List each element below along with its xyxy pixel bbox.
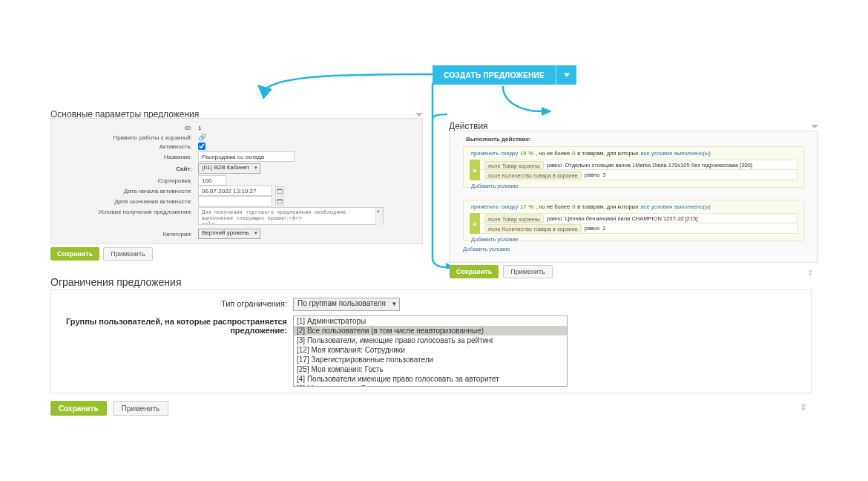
site-select[interactable]: (b1) B2B Кабинет	[198, 163, 260, 174]
create-offer-dropdown[interactable]	[556, 65, 576, 85]
arrow-right-icon	[499, 82, 558, 119]
restrict-groups-label: Группы пользователей, на которые распрос…	[66, 315, 287, 335]
rule-label: Правило работы с корзиной:	[51, 134, 192, 141]
name-label: Название:	[51, 154, 192, 160]
category-label: Категория:	[51, 231, 192, 238]
panel-params: ID: 1 Правило работы с корзиной: 🔗 Актив…	[50, 118, 423, 244]
restrict-type-label: Тип ограничения:	[66, 298, 287, 308]
restrict-apply-button[interactable]: Применить	[113, 401, 169, 416]
add-action-link[interactable]: Добавить условие	[463, 246, 510, 252]
rule-block: применить скидку 19 % , но не более 0 в …	[463, 146, 804, 188]
id-label: ID:	[51, 125, 192, 131]
cond-text-label: Условие получения предложения:	[51, 207, 192, 215]
drag-icon[interactable]: ⇕	[807, 269, 813, 277]
panel-actions: Выполнить действие: применить скидку 19 …	[449, 131, 818, 263]
sort-label: Сортировка:	[51, 177, 192, 184]
list-item[interactable]: [2] Все пользователи (в том числе неавто…	[294, 326, 567, 336]
panel-actions-collapse-icon[interactable]	[811, 122, 818, 130]
start-date-label: Дата начала активности:	[51, 188, 192, 194]
name-input[interactable]	[198, 151, 295, 162]
drag-icon[interactable]: ⇕	[800, 402, 807, 413]
list-item[interactable]: [1] Администраторы	[294, 316, 567, 326]
scrollbar[interactable]	[375, 208, 383, 226]
params-apply-button[interactable]: Применить	[103, 247, 153, 261]
category-select[interactable]: Верхний уровень	[198, 229, 260, 239]
svg-rect-4	[277, 189, 282, 191]
list-item[interactable]: [9] Моя компания: Отдел кадров	[294, 384, 567, 387]
params-save-button[interactable]: Сохранить	[50, 247, 99, 261]
panel-restrict-footer: Сохранить Применить ⇕	[50, 399, 812, 417]
condition-row[interactable]: поле Товар корзины равно Цепная бензинов…	[480, 213, 798, 223]
list-item[interactable]: [4] Пользователи имеющие право голосоват…	[294, 374, 567, 384]
panel-restrict-title: Ограничения предложения	[50, 276, 181, 288]
svg-rect-6	[277, 200, 282, 201]
add-condition-link[interactable]: Добавить условие	[464, 180, 803, 189]
user-groups-listbox[interactable]: [1] Администраторы[2] Все пользователи (…	[293, 315, 568, 387]
rule-summary: применить скидку 17 % , но не более 0 в …	[464, 200, 803, 212]
site-label: Сайт:	[51, 166, 192, 172]
list-item[interactable]: [17] Зарегистрированные пользователи	[294, 355, 567, 364]
end-date-input[interactable]	[198, 196, 272, 206]
actions-apply-button[interactable]: Применить	[503, 265, 553, 278]
rule-handle[interactable]: и	[470, 213, 480, 234]
condition-row[interactable]: поле Количество товара в корзине равно 2	[480, 223, 798, 234]
start-date-input[interactable]	[198, 186, 272, 196]
create-offer-button[interactable]: СОЗДАТЬ ПРЕДЛОЖЕНИЕ	[433, 65, 576, 85]
rule-handle[interactable]: и	[470, 160, 480, 180]
id-value: 1	[198, 125, 201, 131]
calendar-icon[interactable]	[275, 186, 284, 195]
condition-row[interactable]: поле Товар корзины равно Отдельно стояща…	[480, 160, 798, 170]
condition-row[interactable]: поле Количество товара в корзине равно 3	[480, 170, 798, 180]
add-condition-link[interactable]: Добавить условие	[464, 234, 803, 243]
list-item[interactable]: [12] Моя компания: Сотрудники	[294, 345, 567, 355]
svg-marker-2	[542, 107, 552, 116]
actions-save-button[interactable]: Сохранить	[450, 265, 499, 278]
end-date-label: Дата окончания активности:	[51, 198, 192, 205]
panel-restrict: Тип ограничения: По группам пользователя…	[50, 289, 812, 393]
list-item[interactable]: [3] Пользователи, имеющие право голосова…	[294, 336, 567, 345]
active-checkbox[interactable]	[198, 143, 206, 150]
link-icon[interactable]: 🔗	[198, 134, 206, 141]
rule-summary: применить скидку 19 % , но не более 0 в …	[464, 147, 803, 158]
create-offer-label: СОЗДАТЬ ПРЕДЛОЖЕНИЕ	[433, 71, 556, 79]
arrow-left-icon	[241, 64, 441, 108]
sort-input[interactable]	[198, 175, 226, 186]
restrict-save-button[interactable]: Сохранить	[50, 401, 107, 416]
svg-marker-0	[257, 85, 272, 99]
rule-block: применить скидку 17 % , но не более 0 в …	[463, 200, 804, 241]
panel-params-collapse-icon[interactable]	[415, 111, 423, 118]
active-label: Активность:	[51, 143, 192, 150]
list-item[interactable]: [25] Моя компания: Гость	[294, 364, 567, 374]
restrict-type-select[interactable]: По группам пользователя	[293, 298, 400, 311]
cond-textarea[interactable]: Для получения торгового предложения необ…	[198, 207, 384, 225]
actions-head: Выполнить действие:	[466, 136, 531, 143]
panel-actions-title: Действия	[449, 121, 488, 131]
calendar-icon-2[interactable]	[275, 197, 284, 206]
